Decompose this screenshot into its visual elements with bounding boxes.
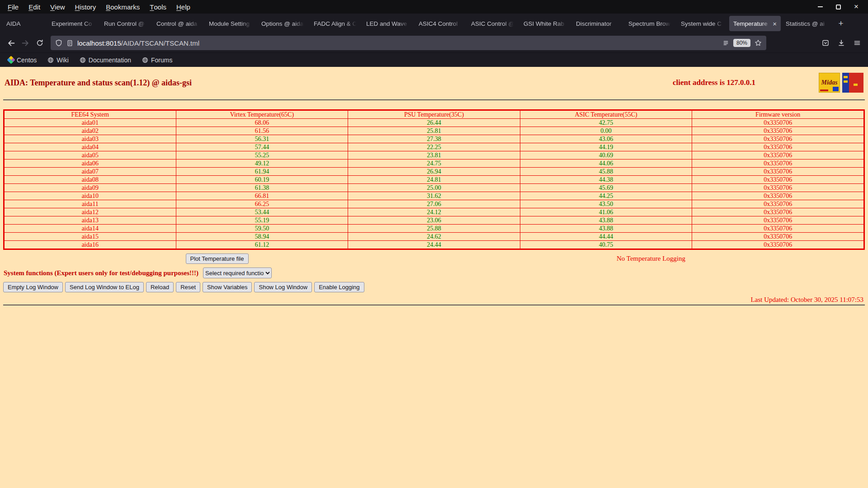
cell-firmware: 0x3350706 bbox=[692, 143, 864, 151]
table-row: aida0457.4422.2544.190x3350706 bbox=[4, 143, 864, 151]
menu-item-tools[interactable]: Tools bbox=[145, 0, 171, 14]
page-info-icon[interactable] bbox=[66, 40, 73, 47]
menu-item-view[interactable]: View bbox=[45, 0, 70, 14]
url-text[interactable]: localhost:8015/AIDA/TSCAN/TSCAN.tml bbox=[77, 39, 718, 47]
cell-virtex-temp: 57.44 bbox=[176, 143, 348, 151]
cell-fee64-name: aida01 bbox=[4, 119, 176, 127]
globe-icon bbox=[80, 57, 86, 63]
tab-close-icon[interactable]: × bbox=[773, 20, 777, 28]
system-function-select[interactable]: Select required function bbox=[203, 267, 272, 278]
menu-item-edit[interactable]: Edit bbox=[24, 0, 45, 14]
url-path: /AIDA/TSCAN/TSCAN.tml bbox=[121, 39, 199, 47]
tab-fadc-align-c[interactable]: FADC Align & C bbox=[310, 16, 361, 31]
close-icon[interactable]: × bbox=[853, 3, 860, 10]
cell-firmware: 0x3350706 bbox=[692, 184, 864, 192]
tab-temperature[interactable]: Temperature× bbox=[729, 16, 781, 31]
cell-firmware: 0x3350706 bbox=[692, 208, 864, 216]
reload-icon[interactable] bbox=[33, 36, 47, 50]
column-header-psu-temperature: PSU Temperature(35C) bbox=[348, 110, 520, 119]
send-log-window-to-elog-button[interactable]: Send Log Window to ELog bbox=[65, 282, 144, 292]
last-updated: Last Updated: October 30, 2025 11:07:53 bbox=[0, 296, 863, 304]
cell-fee64-name: aida13 bbox=[4, 216, 176, 225]
toolbar-right-icons bbox=[818, 36, 864, 50]
url-bar[interactable]: localhost:8015/AIDA/TSCAN/TSCAN.tml 80% bbox=[51, 36, 766, 50]
cell-asic-temp: 44.25 bbox=[520, 192, 692, 200]
menu-item-bookmarks[interactable]: Bookmarks bbox=[101, 0, 145, 14]
cell-psu-temp: 24.75 bbox=[348, 160, 520, 168]
cell-fee64-name: aida04 bbox=[4, 143, 176, 151]
zoom-level-badge[interactable]: 80% bbox=[733, 39, 750, 47]
cell-psu-temp: 24.62 bbox=[348, 233, 520, 241]
divider bbox=[3, 99, 865, 100]
cell-virtex-temp: 61.12 bbox=[176, 241, 348, 249]
cell-psu-temp: 22.25 bbox=[348, 143, 520, 151]
extension-icon[interactable] bbox=[818, 36, 833, 50]
show-variables-button[interactable]: Show Variables bbox=[203, 282, 252, 292]
menu-item-history[interactable]: History bbox=[70, 0, 101, 14]
globe-icon bbox=[142, 57, 148, 63]
menu-hamburger-icon[interactable] bbox=[850, 36, 864, 50]
downloads-icon[interactable] bbox=[834, 36, 849, 50]
tab-asic4-control[interactable]: ASIC4 Control bbox=[415, 16, 466, 31]
column-header-firmware-version: Firmware version bbox=[692, 110, 864, 119]
cell-asic-temp: 0.00 bbox=[520, 127, 692, 135]
tab-led-and-wave[interactable]: LED and Wave bbox=[362, 16, 414, 31]
cell-psu-temp: 25.88 bbox=[348, 225, 520, 233]
reader-mode-icon[interactable] bbox=[722, 40, 729, 47]
cell-asic-temp: 44.44 bbox=[520, 233, 692, 241]
enable-logging-button[interactable]: Enable Logging bbox=[314, 282, 364, 292]
menu-item-help[interactable]: Help bbox=[171, 0, 195, 14]
tab-label: GSI White Rab bbox=[524, 20, 567, 27]
midas-logo-text: Midas bbox=[821, 79, 838, 86]
tab-module-setting[interactable]: Module Setting bbox=[205, 16, 256, 31]
tab-experiment-co[interactable]: Experiment Co bbox=[47, 16, 99, 31]
menu-item-label: E bbox=[28, 3, 33, 11]
tab-label: ASIC4 Control bbox=[419, 20, 462, 27]
reload-button[interactable]: Reload bbox=[146, 282, 174, 292]
bookmark-wiki[interactable]: Wiki bbox=[44, 56, 72, 65]
show-log-window-button[interactable]: Show Log Window bbox=[254, 282, 312, 292]
tab-label: Temperature bbox=[733, 20, 771, 27]
table-row: aida1661.1224.4440.750x3350706 bbox=[4, 241, 864, 249]
cell-virtex-temp: 61.56 bbox=[176, 127, 348, 135]
tab-options-aida[interactable]: Options @ aida bbox=[257, 16, 309, 31]
maximize-icon[interactable] bbox=[835, 3, 842, 10]
globe-icon bbox=[47, 57, 54, 63]
cell-firmware: 0x3350706 bbox=[692, 176, 864, 184]
cell-psu-temp: 24.12 bbox=[348, 208, 520, 216]
shield-icon[interactable] bbox=[55, 39, 62, 47]
empty-log-window-button[interactable]: Empty Log Window bbox=[3, 282, 63, 292]
bookmark-centos[interactable]: Centos bbox=[5, 56, 40, 65]
tab-run-control[interactable]: Run Control @ bbox=[100, 16, 151, 31]
bookmark-forums[interactable]: Forums bbox=[138, 56, 176, 65]
cell-psu-temp: 31.62 bbox=[348, 192, 520, 200]
reset-button[interactable]: Reset bbox=[176, 282, 200, 292]
tab-asic-control[interactable]: ASIC Control @ bbox=[467, 16, 519, 31]
tab-statistics-ai[interactable]: Statistics @ ai bbox=[782, 16, 833, 31]
cell-virtex-temp: 49.12 bbox=[176, 160, 348, 168]
cell-fee64-name: aida11 bbox=[4, 200, 176, 208]
forward-icon[interactable] bbox=[18, 36, 33, 50]
tab-discriminator[interactable]: Discriminator bbox=[572, 16, 623, 31]
bookmark-star-icon[interactable] bbox=[755, 39, 762, 47]
tab-system-wide-c[interactable]: System wide C bbox=[677, 16, 728, 31]
tab-label: Discriminator bbox=[576, 20, 619, 27]
cell-fee64-name: aida07 bbox=[4, 168, 176, 176]
cell-psu-temp: 25.81 bbox=[348, 127, 520, 135]
minimize-icon[interactable] bbox=[816, 3, 824, 10]
table-header-row: FEE64 SystemVirtex Temperature(65C)PSU T… bbox=[4, 110, 864, 119]
cell-fee64-name: aida09 bbox=[4, 184, 176, 192]
tab-aida[interactable]: AIDA bbox=[2, 16, 47, 31]
cell-firmware: 0x3350706 bbox=[692, 225, 864, 233]
tab-spectrum-brow[interactable]: Spectrum Brow bbox=[624, 16, 676, 31]
plot-temperature-button[interactable]: Plot Temperature file bbox=[186, 253, 249, 264]
back-icon[interactable] bbox=[4, 36, 18, 50]
new-tab-button[interactable]: + bbox=[834, 16, 848, 31]
menu-item-file[interactable]: File bbox=[3, 0, 24, 14]
cell-asic-temp: 45.69 bbox=[520, 184, 692, 192]
tab-gsi-white-rab[interactable]: GSI White Rab bbox=[519, 16, 571, 31]
cell-psu-temp: 23.06 bbox=[348, 216, 520, 225]
url-host: localhost:8015 bbox=[77, 39, 121, 47]
tab-control-aida[interactable]: Control @ aida bbox=[152, 16, 204, 31]
bookmark-documentation[interactable]: Documentation bbox=[76, 56, 135, 65]
